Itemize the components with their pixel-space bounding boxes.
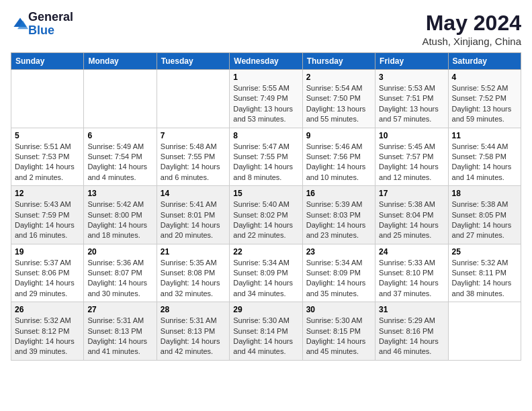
day-info: Sunrise: 5:44 AMSunset: 7:58 PMDaylight:… [452, 142, 517, 183]
sunset-text: Sunset: 8:09 PM [233, 268, 298, 278]
sunset-text: Sunset: 8:00 PM [87, 210, 152, 220]
day-info: Sunrise: 5:48 AMSunset: 7:55 PMDaylight:… [161, 142, 226, 183]
sunset-text: Sunset: 8:14 PM [233, 326, 298, 336]
calendar-cell: 14Sunrise: 5:41 AMSunset: 8:01 PMDayligh… [157, 186, 229, 244]
day-number: 6 [87, 131, 152, 140]
sunrise-text: Sunrise: 5:41 AM [161, 199, 226, 210]
daylight-text: Daylight: 14 hours and 44 minutes. [233, 336, 298, 357]
daylight-text: Daylight: 14 hours and 25 minutes. [379, 220, 444, 241]
sunset-text: Sunset: 7:51 PM [379, 93, 444, 103]
calendar-cell: 11Sunrise: 5:44 AMSunset: 7:58 PMDayligh… [448, 128, 521, 186]
sunrise-text: Sunrise: 5:31 AM [161, 316, 226, 326]
sunset-text: Sunset: 7:55 PM [161, 152, 226, 162]
weekday-header: Friday [375, 53, 448, 70]
day-number: 3 [379, 73, 444, 82]
calendar-cell: 10Sunrise: 5:45 AMSunset: 7:57 PMDayligh… [375, 128, 448, 186]
calendar-cell: 9Sunrise: 5:46 AMSunset: 7:56 PMDaylight… [302, 128, 375, 186]
day-info: Sunrise: 5:38 AMSunset: 8:04 PMDaylight:… [379, 199, 444, 241]
day-info: Sunrise: 5:29 AMSunset: 8:16 PMDaylight:… [379, 316, 444, 357]
day-info: Sunrise: 5:47 AMSunset: 7:55 PMDaylight:… [233, 142, 298, 183]
day-info: Sunrise: 5:42 AMSunset: 8:00 PMDaylight:… [87, 199, 152, 241]
week-row: 12Sunrise: 5:43 AMSunset: 7:59 PMDayligh… [11, 186, 521, 244]
sunset-text: Sunset: 7:59 PM [15, 210, 80, 220]
sunrise-text: Sunrise: 5:31 AM [87, 316, 152, 326]
calendar-cell: 17Sunrise: 5:38 AMSunset: 8:04 PMDayligh… [375, 186, 448, 244]
day-info: Sunrise: 5:32 AMSunset: 8:12 PMDaylight:… [15, 316, 80, 357]
daylight-text: Daylight: 14 hours and 20 minutes. [161, 220, 226, 241]
daylight-text: Daylight: 14 hours and 18 minutes. [87, 220, 152, 241]
day-info: Sunrise: 5:35 AMSunset: 8:08 PMDaylight:… [161, 258, 226, 300]
calendar-cell [11, 70, 84, 128]
sunset-text: Sunset: 8:11 PM [452, 268, 517, 278]
sunset-text: Sunset: 8:04 PM [379, 210, 444, 220]
daylight-text: Daylight: 14 hours and 22 minutes. [233, 220, 298, 241]
sunrise-text: Sunrise: 5:34 AM [306, 258, 371, 268]
location: Atush, Xinjiang, China [422, 36, 521, 47]
calendar-cell [448, 302, 521, 361]
day-number: 19 [15, 247, 80, 257]
calendar-cell: 26Sunrise: 5:32 AMSunset: 8:12 PMDayligh… [11, 302, 84, 361]
daylight-text: Daylight: 13 hours and 55 minutes. [306, 104, 371, 125]
day-number: 17 [379, 189, 444, 198]
day-info: Sunrise: 5:49 AMSunset: 7:54 PMDaylight:… [87, 142, 152, 183]
sunrise-text: Sunrise: 5:32 AM [15, 316, 80, 326]
calendar-cell: 31Sunrise: 5:29 AMSunset: 8:16 PMDayligh… [375, 302, 448, 361]
sunset-text: Sunset: 8:15 PM [306, 326, 371, 336]
sunset-text: Sunset: 8:10 PM [379, 268, 444, 278]
sunrise-text: Sunrise: 5:47 AM [233, 142, 298, 152]
daylight-text: Daylight: 14 hours and 37 minutes. [379, 278, 444, 299]
day-number: 15 [233, 189, 298, 198]
day-info: Sunrise: 5:31 AMSunset: 8:13 PMDaylight:… [87, 316, 152, 357]
daylight-text: Daylight: 13 hours and 53 minutes. [233, 104, 298, 125]
calendar-cell: 1Sunrise: 5:55 AMSunset: 7:49 PMDaylight… [230, 70, 302, 128]
sunrise-text: Sunrise: 5:35 AM [161, 258, 226, 268]
weekday-header: Saturday [448, 53, 521, 70]
daylight-text: Daylight: 14 hours and 6 minutes. [161, 162, 226, 183]
day-info: Sunrise: 5:40 AMSunset: 8:02 PMDaylight:… [233, 199, 298, 241]
day-info: Sunrise: 5:52 AMSunset: 7:52 PMDaylight:… [452, 83, 517, 125]
sunrise-text: Sunrise: 5:43 AM [15, 199, 80, 210]
calendar-cell: 18Sunrise: 5:38 AMSunset: 8:05 PMDayligh… [448, 186, 521, 244]
calendar-cell: 16Sunrise: 5:39 AMSunset: 8:03 PMDayligh… [302, 186, 375, 244]
calendar-cell: 12Sunrise: 5:43 AMSunset: 7:59 PMDayligh… [11, 186, 84, 244]
day-number: 22 [233, 247, 298, 257]
page-header: General Blue May 2024 Atush, Xinjiang, C… [11, 11, 521, 47]
weekday-header: Tuesday [157, 53, 229, 70]
sunrise-text: Sunrise: 5:46 AM [306, 142, 371, 152]
calendar-cell: 3Sunrise: 5:53 AMSunset: 7:51 PMDaylight… [375, 70, 448, 128]
daylight-text: Daylight: 13 hours and 57 minutes. [379, 104, 444, 125]
calendar-cell: 8Sunrise: 5:47 AMSunset: 7:55 PMDaylight… [230, 128, 302, 186]
day-number: 31 [379, 305, 444, 314]
sunset-text: Sunset: 7:55 PM [233, 152, 298, 162]
sunset-text: Sunset: 8:13 PM [87, 326, 152, 336]
day-info: Sunrise: 5:34 AMSunset: 8:09 PMDaylight:… [306, 258, 371, 300]
week-row: 1Sunrise: 5:55 AMSunset: 7:49 PMDaylight… [11, 70, 521, 128]
daylight-text: Daylight: 14 hours and 38 minutes. [452, 278, 517, 299]
logo-general: General [28, 10, 73, 24]
calendar-cell: 20Sunrise: 5:36 AMSunset: 8:07 PMDayligh… [84, 244, 157, 302]
daylight-text: Daylight: 13 hours and 59 minutes. [452, 104, 517, 125]
daylight-text: Daylight: 14 hours and 42 minutes. [161, 336, 226, 357]
sunrise-text: Sunrise: 5:30 AM [306, 316, 371, 326]
sunset-text: Sunset: 8:09 PM [306, 268, 371, 278]
calendar-cell: 2Sunrise: 5:54 AMSunset: 7:50 PMDaylight… [302, 70, 375, 128]
daylight-text: Daylight: 14 hours and 39 minutes. [15, 336, 80, 357]
day-number: 25 [452, 247, 517, 257]
week-row: 26Sunrise: 5:32 AMSunset: 8:12 PMDayligh… [11, 302, 521, 361]
sunset-text: Sunset: 8:03 PM [306, 210, 371, 220]
daylight-text: Daylight: 14 hours and 14 minutes. [452, 162, 517, 183]
week-row: 19Sunrise: 5:37 AMSunset: 8:06 PMDayligh… [11, 244, 521, 302]
calendar-cell: 15Sunrise: 5:40 AMSunset: 8:02 PMDayligh… [230, 186, 302, 244]
weekday-header: Monday [84, 53, 157, 70]
sunset-text: Sunset: 8:05 PM [452, 210, 517, 220]
daylight-text: Daylight: 14 hours and 46 minutes. [379, 336, 444, 357]
day-info: Sunrise: 5:30 AMSunset: 8:14 PMDaylight:… [233, 316, 298, 357]
weekday-header: Thursday [302, 53, 375, 70]
calendar-cell: 25Sunrise: 5:32 AMSunset: 8:11 PMDayligh… [448, 244, 521, 302]
day-number: 21 [161, 247, 226, 257]
day-info: Sunrise: 5:34 AMSunset: 8:09 PMDaylight:… [233, 258, 298, 300]
day-number: 27 [87, 305, 152, 314]
logo-icon [12, 16, 28, 32]
sunrise-text: Sunrise: 5:52 AM [452, 83, 517, 93]
weekday-header: Wednesday [230, 53, 302, 70]
